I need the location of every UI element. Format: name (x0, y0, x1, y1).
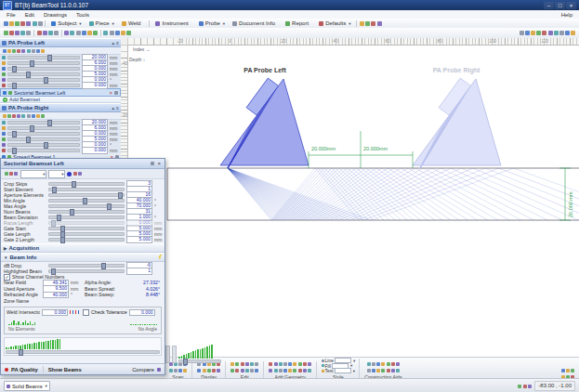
tool-icon[interactable] (12, 114, 16, 118)
tool-icon[interactable] (518, 385, 521, 388)
tool-icon[interactable] (126, 31, 131, 35)
slider-thumb[interactable] (60, 237, 65, 243)
tool-icon[interactable] (70, 31, 74, 35)
param-slider[interactable] (7, 72, 80, 76)
tool-icon[interactable] (207, 362, 211, 366)
file-tools-strip[interactable] (3, 20, 43, 26)
beam-select-slider[interactable] (6, 350, 160, 354)
weld-button[interactable]: Weld (118, 20, 148, 28)
tool-icon[interactable] (391, 362, 395, 366)
probe-right-header[interactable]: PA Probe Right ▴ ≡ (0, 103, 121, 112)
slider-thumb[interactable] (118, 192, 123, 199)
highlighted-beam-value[interactable]: 1 (126, 268, 152, 275)
tool-icon[interactable] (367, 362, 371, 366)
close-button[interactable]: × (566, 2, 576, 9)
tool-icon[interactable] (36, 49, 40, 53)
tool-icon[interactable] (279, 369, 283, 372)
collapse-icon[interactable]: ▴ (112, 40, 115, 46)
param-slider[interactable] (7, 84, 80, 87)
tool-icon[interactable] (245, 362, 249, 366)
tool-icon[interactable] (542, 31, 546, 35)
tool-icon[interactable] (241, 362, 244, 366)
tool-icon[interactable] (21, 114, 25, 118)
beamset-menu-icon[interactable] (114, 91, 118, 95)
vertical-slider[interactable] (165, 346, 170, 363)
measure-tools-strip[interactable] (103, 31, 132, 36)
tool-icon[interactable] (33, 21, 37, 26)
tolerance-value[interactable]: 0.000 (129, 309, 155, 317)
panel-menu-icon[interactable]: ≡ (116, 105, 119, 111)
tool-icon[interactable] (27, 114, 31, 118)
construction-tools-strip[interactable] (366, 368, 400, 373)
beamset-left-row[interactable]: Sectorial Beamset Left × (0, 88, 121, 97)
slider-thumb[interactable] (70, 209, 74, 216)
tool-icon[interactable] (197, 362, 201, 366)
param-slider[interactable] (7, 149, 80, 152)
tool-icon[interactable] (15, 31, 20, 35)
slider-thumb[interactable] (12, 66, 17, 72)
panel-menu-icon[interactable]: ≡ (116, 40, 119, 46)
slider-thumb[interactable] (101, 263, 106, 269)
tool-icon[interactable] (203, 369, 206, 372)
tool-icon[interactable] (169, 362, 173, 366)
tool-icon[interactable] (115, 31, 120, 35)
tool-icon[interactable] (7, 114, 11, 118)
beam-display-dropdown[interactable]: Solid Beams ▾ (4, 381, 50, 391)
param-slider[interactable] (7, 126, 80, 130)
slider-thumb[interactable] (47, 120, 52, 126)
tool-icon[interactable] (293, 369, 296, 372)
tool-icon[interactable] (269, 369, 272, 372)
tool-icon[interactable] (387, 362, 390, 366)
tool-icon[interactable] (178, 369, 182, 372)
tool-icon[interactable] (7, 49, 11, 53)
tool-icon[interactable] (377, 21, 382, 26)
param-value[interactable]: 0.000 (82, 82, 108, 89)
tool-icon[interactable] (48, 31, 53, 35)
field-slider[interactable] (48, 204, 125, 208)
tool-icon[interactable] (241, 369, 244, 372)
subject-button[interactable]: Subject▾ (47, 20, 85, 28)
check-tolerance-checkbox[interactable] (83, 309, 89, 316)
tool-icon[interactable] (37, 31, 42, 35)
tool-icon[interactable] (4, 21, 8, 26)
field-slider[interactable] (48, 193, 125, 197)
show-beams-toggle[interactable]: Show Beams (48, 367, 82, 372)
tool-icon[interactable] (87, 31, 92, 35)
tool-icon[interactable] (43, 31, 47, 35)
piece-button[interactable]: Piece▾ (86, 20, 118, 28)
slider-thumb[interactable] (183, 359, 188, 365)
compare-button[interactable]: Compare (132, 367, 154, 372)
tool-icon[interactable] (4, 31, 8, 35)
tool-icon[interactable] (20, 31, 25, 35)
tool-icon[interactable] (274, 369, 278, 372)
tool-icon[interactable] (531, 31, 535, 35)
menu-help[interactable]: Help (557, 12, 577, 18)
tool-icon[interactable] (571, 31, 575, 35)
color-tools-strip[interactable] (359, 20, 382, 26)
param-slider[interactable] (7, 143, 80, 147)
tool-icon[interactable] (203, 362, 206, 366)
tool-icon[interactable] (38, 21, 43, 26)
tool-icon[interactable] (26, 31, 31, 35)
tool-icon[interactable] (73, 172, 77, 176)
beamset-extra-strip[interactable] (73, 171, 83, 176)
tool-icon[interactable] (27, 49, 31, 53)
field-slider[interactable] (48, 188, 125, 191)
tool-icon[interactable] (255, 362, 258, 366)
tool-icon[interactable] (396, 369, 400, 372)
tool-icon[interactable] (381, 362, 385, 366)
slider-thumb[interactable] (51, 268, 56, 275)
slider-thumb[interactable] (107, 203, 112, 210)
tool-icon[interactable] (371, 21, 375, 26)
tool-icon[interactable] (288, 362, 292, 366)
tool-icon[interactable] (212, 362, 216, 366)
tool-icon[interactable] (230, 369, 234, 372)
tool-icon[interactable] (565, 31, 570, 35)
param-slider[interactable] (7, 121, 80, 124)
defaults-button[interactable]: Defaults▾ (315, 20, 354, 28)
highlighted-beam-slider[interactable] (48, 269, 125, 273)
acquisition-section-header[interactable]: ▶ Acquisition (1, 243, 164, 253)
slider-thumb[interactable] (12, 131, 17, 137)
tool-icon[interactable] (110, 31, 114, 35)
tool-icon[interactable] (3, 114, 7, 118)
